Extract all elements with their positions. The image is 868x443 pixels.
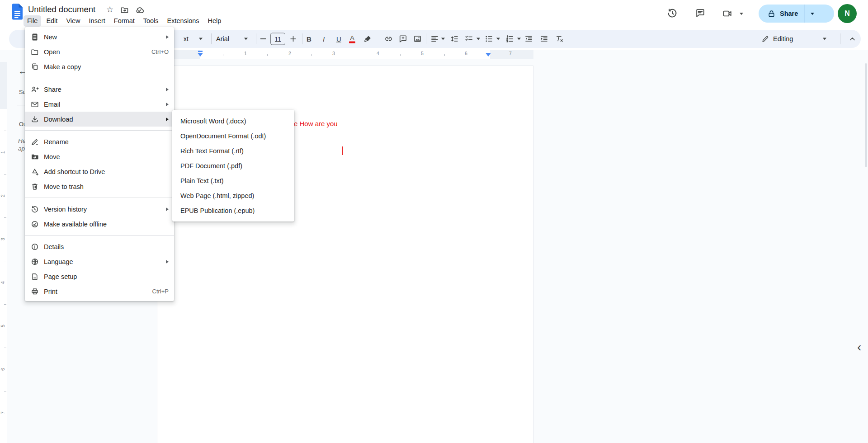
highlight-color-icon[interactable]: [363, 35, 372, 43]
underline-icon[interactable]: U: [336, 35, 341, 43]
scrollbar-thumb[interactable]: [865, 63, 867, 167]
file-menu-item-share[interactable]: Share: [25, 82, 174, 97]
file-menu-item-move-to-trash[interactable]: Move to trash: [25, 179, 174, 194]
text-color-button[interactable]: A: [349, 35, 355, 43]
numbered-list-icon[interactable]: [505, 35, 514, 43]
editing-mode-caret[interactable]: [823, 38, 826, 40]
account-avatar[interactable]: N: [838, 4, 857, 23]
align-left-icon[interactable]: [430, 35, 439, 43]
file-menu-item-new[interactable]: New: [25, 29, 174, 44]
share-button[interactable]: Share: [759, 5, 834, 23]
menu-item-label: Version history: [44, 206, 87, 213]
font-family-caret[interactable]: [244, 38, 248, 40]
download-submenu: Microsoft Word (.docx) OpenDocument Form…: [172, 110, 294, 222]
ruler-number: 7: [508, 51, 513, 56]
menu-file[interactable]: File: [24, 15, 41, 27]
menu-item-label: OpenDocument Format (.odt): [180, 132, 266, 140]
file-menu-item-move[interactable]: Move: [25, 149, 174, 164]
first-line-indent-marker[interactable]: [198, 51, 203, 52]
increase-indent-icon[interactable]: [540, 35, 548, 43]
font-size-input[interactable]: 11: [270, 33, 285, 45]
submenu-arrow-icon: [166, 103, 169, 106]
file-menu-item-email[interactable]: Email: [25, 97, 174, 112]
file-menu-item-version-history[interactable]: Version history: [25, 202, 174, 217]
menu-edit[interactable]: Edit: [42, 15, 61, 27]
menu-insert[interactable]: Insert: [85, 15, 109, 27]
document-text-line[interactable]: re How are you: [292, 120, 338, 127]
menu-bar: File Edit View Insert Format Tools Exten…: [24, 15, 225, 27]
menu-format[interactable]: Format: [110, 15, 138, 27]
file-menu: New Open Ctrl+O Make a copy Share Email …: [25, 27, 174, 301]
editing-mode-select[interactable]: Editing: [773, 35, 793, 42]
download-item-pdf[interactable]: PDF Document (.pdf): [172, 158, 294, 173]
video-call-dropdown-caret[interactable]: [740, 13, 743, 15]
vertical-ruler-number: 6: [0, 366, 6, 372]
file-menu-item-page-setup[interactable]: Page setup: [25, 269, 174, 284]
file-menu-item-rename[interactable]: Rename: [25, 134, 174, 149]
paragraph-style-select[interactable]: xt: [184, 35, 189, 42]
file-menu-item-print[interactable]: Print Ctrl+P: [25, 284, 174, 299]
hide-side-panel-chevron-icon[interactable]: ‹: [857, 340, 861, 354]
download-item-odt[interactable]: OpenDocument Format (.odt): [172, 128, 294, 143]
file-menu-item-open[interactable]: Open Ctrl+O: [25, 44, 174, 59]
clear-formatting-icon[interactable]: [555, 35, 564, 43]
menu-item-label: Page setup: [44, 273, 77, 280]
bold-icon[interactable]: B: [307, 35, 311, 43]
file-menu-item-details[interactable]: Details: [25, 239, 174, 254]
version-history-icon[interactable]: [667, 8, 678, 19]
menu-item-shortcut: Ctrl+P: [152, 288, 169, 295]
file-menu-item-download[interactable]: Download: [25, 112, 174, 127]
italic-icon[interactable]: I: [323, 35, 325, 43]
decrease-font-size-button[interactable]: [260, 38, 266, 39]
menu-divider: [25, 198, 174, 198]
bulleted-list-icon[interactable]: [485, 35, 493, 43]
checklist-icon[interactable]: [465, 35, 473, 43]
left-indent-marker[interactable]: [198, 53, 203, 57]
increase-font-size-button[interactable]: [290, 36, 296, 42]
share-dropdown-caret[interactable]: [811, 13, 814, 15]
menu-help[interactable]: Help: [204, 15, 225, 27]
hide-menus-chevron-up-icon[interactable]: [848, 35, 857, 43]
menu-item-label: Make a copy: [44, 63, 81, 71]
submenu-arrow-icon: [166, 260, 169, 264]
move-document-folder-icon[interactable]: [120, 6, 129, 14]
document-title[interactable]: Untitled document: [28, 5, 95, 14]
file-menu-item-make-available-offline[interactable]: Make available offline: [25, 217, 174, 231]
numbered-list-caret[interactable]: [517, 38, 521, 40]
download-item-rtf[interactable]: Rich Text Format (.rtf): [172, 143, 294, 158]
align-caret[interactable]: [441, 38, 445, 40]
add-comment-icon[interactable]: [399, 35, 407, 43]
outline-item-fragment[interactable]: ap: [18, 145, 25, 152]
ruler-number: 4: [375, 51, 381, 56]
menu-extensions[interactable]: Extensions: [164, 15, 203, 27]
checklist-caret[interactable]: [476, 38, 480, 40]
file-menu-item-make-a-copy[interactable]: Make a copy: [25, 59, 174, 74]
google-docs-logo[interactable]: [11, 4, 24, 20]
menu-item-label: Rename: [44, 138, 69, 146]
text-color-swatch: [349, 42, 355, 43]
paragraph-style-caret[interactable]: [199, 38, 203, 40]
download-item-html[interactable]: Web Page (.html, zipped): [172, 188, 294, 203]
cloud-saved-icon[interactable]: [135, 5, 144, 15]
file-menu-item-language[interactable]: Language: [25, 254, 174, 269]
insert-link-icon[interactable]: [384, 35, 393, 43]
submenu-arrow-icon: [166, 35, 169, 39]
star-icon[interactable]: ☆: [106, 5, 113, 14]
insert-image-icon[interactable]: [413, 35, 422, 43]
file-menu-item-add-shortcut-to-drive[interactable]: Add shortcut to Drive: [25, 164, 174, 179]
rename-pencil-icon: [31, 138, 39, 146]
menu-view[interactable]: View: [62, 15, 84, 27]
bulleted-list-caret[interactable]: [496, 38, 500, 40]
video-call-icon[interactable]: [722, 9, 732, 19]
font-family-select[interactable]: Arial: [216, 35, 229, 42]
line-spacing-icon[interactable]: [450, 35, 459, 43]
menu-item-label: PDF Document (.pdf): [180, 162, 242, 170]
menu-tools[interactable]: Tools: [140, 15, 162, 27]
right-indent-marker[interactable]: [486, 53, 491, 57]
comments-icon[interactable]: [695, 8, 705, 18]
person-add-icon: [31, 85, 39, 94]
download-item-epub[interactable]: EPUB Publication (.epub): [172, 203, 294, 218]
download-item-txt[interactable]: Plain Text (.txt): [172, 173, 294, 188]
download-item-docx[interactable]: Microsoft Word (.docx): [172, 113, 294, 128]
decrease-indent-icon[interactable]: [524, 35, 533, 43]
